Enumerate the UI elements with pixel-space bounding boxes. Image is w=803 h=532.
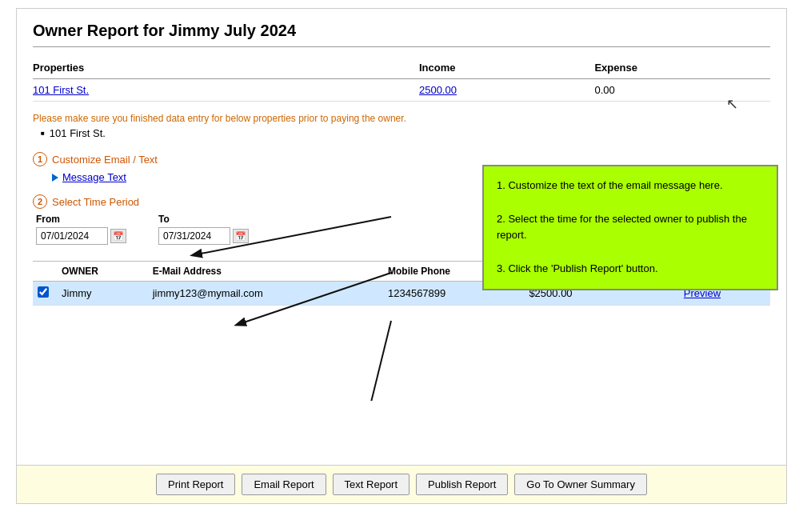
table-row: 101 First St. 2500.00 0.00 (33, 79, 770, 102)
owner-checkbox[interactable] (38, 286, 49, 298)
email-report-button[interactable]: Email Report (242, 474, 326, 495)
section2-number: 2 (33, 194, 47, 209)
to-date-input[interactable] (158, 227, 230, 245)
from-date-input[interactable] (36, 227, 108, 245)
from-date-group: From 📅 (36, 214, 126, 245)
go-to-owner-summary-button[interactable]: Go To Owner Summary (514, 474, 647, 495)
publish-report-button[interactable]: Publish Report (416, 474, 508, 495)
owner-name: Jimmy (57, 282, 148, 306)
col-header-income: Income (419, 57, 595, 79)
to-label: To (158, 214, 249, 225)
owner-email: jimmy123@mymail.com (148, 282, 383, 306)
from-date-wrap: 📅 (36, 227, 126, 245)
from-calendar-icon[interactable]: 📅 (110, 229, 126, 243)
footer-bar: Print Report Email Report Text Report Pu… (17, 465, 786, 503)
triangle-icon (52, 174, 58, 182)
main-container: Owner Report for Jimmy July 2024 Propert… (16, 8, 787, 504)
col-checkbox (33, 262, 57, 282)
from-label: From (36, 214, 126, 225)
property-name[interactable]: 101 First St. (33, 79, 419, 102)
col-header-expense: Expense (594, 57, 770, 79)
col-header-owner: OWNER (57, 262, 148, 282)
income-value[interactable]: 2500.00 (419, 79, 595, 102)
col-header-properties: Properties (33, 57, 419, 79)
expense-value: 0.00 (594, 79, 770, 102)
callout-line1: 1. Customize the text of the email messa… (497, 178, 764, 194)
callout-box: 1. Customize the text of the email messa… (482, 165, 778, 290)
warning-property: 101 First St. (41, 127, 770, 139)
to-date-group: To 📅 (158, 214, 249, 245)
property-link[interactable]: 101 First St. (33, 84, 89, 96)
section1-number: 1 (33, 152, 47, 166)
to-calendar-icon[interactable]: 📅 (233, 229, 249, 243)
owner-checkbox-cell[interactable] (33, 282, 57, 306)
page-title: Owner Report for Jimmy July 2024 (33, 22, 770, 47)
callout-line2: 2. Select the time for the selected owne… (497, 211, 764, 245)
callout-line3: 3. Click the 'Publish Report' button. (497, 261, 764, 278)
warning-message: Please make sure you finished data entry… (33, 113, 770, 124)
text-report-button[interactable]: Text Report (333, 474, 409, 495)
to-date-wrap: 📅 (158, 227, 249, 245)
properties-table: Properties Income Expense 101 First St. … (33, 57, 770, 102)
message-text-link[interactable]: Message Text (62, 171, 126, 183)
col-header-email: E-Mail Address (148, 262, 383, 282)
svg-line-2 (353, 321, 391, 401)
print-report-button[interactable]: Print Report (156, 474, 235, 495)
